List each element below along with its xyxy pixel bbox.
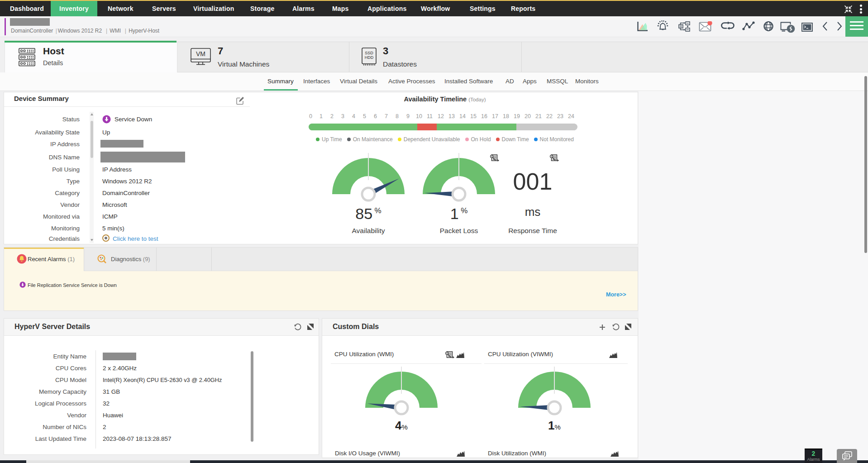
svg-text:VM: VM: [196, 50, 205, 57]
svg-text:SSD: SSD: [365, 51, 373, 55]
svg-text:HDD: HDD: [365, 55, 374, 60]
